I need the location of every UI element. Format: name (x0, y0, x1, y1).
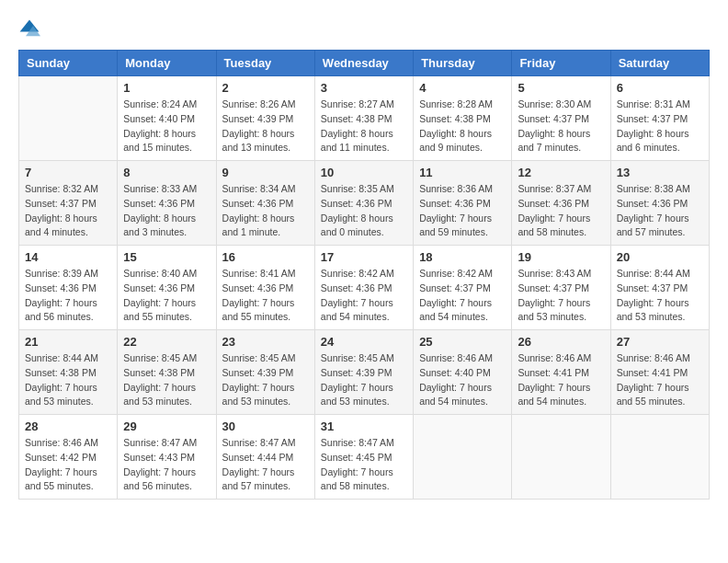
calendar-cell: 6Sunrise: 8:31 AM Sunset: 4:37 PM Daylig… (610, 76, 709, 161)
day-of-week-header: Wednesday (314, 51, 413, 76)
day-info: Sunrise: 8:45 AM Sunset: 4:38 PM Dayligh… (123, 351, 210, 409)
calendar-table: SundayMondayTuesdayWednesdayThursdayFrid… (18, 50, 710, 500)
day-info: Sunrise: 8:34 AM Sunset: 4:36 PM Dayligh… (222, 182, 309, 240)
calendar-cell: 30Sunrise: 8:47 AM Sunset: 4:44 PM Dayli… (216, 415, 314, 500)
day-number: 28 (25, 419, 111, 433)
calendar-week-row: 28Sunrise: 8:46 AM Sunset: 4:42 PM Dayli… (19, 415, 710, 500)
calendar-cell: 9Sunrise: 8:34 AM Sunset: 4:36 PM Daylig… (216, 161, 314, 246)
day-info: Sunrise: 8:28 AM Sunset: 4:38 PM Dayligh… (419, 98, 506, 155)
calendar-cell: 16Sunrise: 8:41 AM Sunset: 4:36 PM Dayli… (216, 246, 314, 330)
calendar-cell: 10Sunrise: 8:35 AM Sunset: 4:36 PM Dayli… (314, 161, 413, 246)
day-number: 26 (518, 335, 604, 349)
calendar-cell: 24Sunrise: 8:45 AM Sunset: 4:39 PM Dayli… (314, 330, 413, 415)
calendar-cell: 29Sunrise: 8:47 AM Sunset: 4:43 PM Dayli… (118, 415, 216, 500)
day-number: 21 (25, 335, 111, 349)
day-number: 14 (25, 250, 111, 264)
day-number: 9 (222, 166, 309, 179)
day-info: Sunrise: 8:46 AM Sunset: 4:41 PM Dayligh… (617, 351, 703, 409)
page-header (18, 18, 710, 40)
day-number: 3 (321, 81, 407, 95)
day-info: Sunrise: 8:36 AM Sunset: 4:36 PM Dayligh… (419, 182, 506, 240)
calendar-cell: 15Sunrise: 8:40 AM Sunset: 4:36 PM Dayli… (118, 246, 216, 330)
day-info: Sunrise: 8:37 AM Sunset: 4:36 PM Dayligh… (518, 182, 604, 240)
day-number: 25 (419, 335, 506, 349)
calendar-cell (512, 415, 610, 500)
day-of-week-header: Friday (512, 51, 610, 76)
calendar-cell: 7Sunrise: 8:32 AM Sunset: 4:37 PM Daylig… (19, 161, 118, 246)
day-info: Sunrise: 8:31 AM Sunset: 4:37 PM Dayligh… (617, 98, 703, 155)
day-number: 31 (321, 419, 407, 433)
day-number: 24 (321, 335, 407, 349)
day-of-week-header: Sunday (19, 51, 118, 76)
calendar-cell: 27Sunrise: 8:46 AM Sunset: 4:41 PM Dayli… (610, 330, 709, 415)
calendar-cell: 14Sunrise: 8:39 AM Sunset: 4:36 PM Dayli… (19, 246, 118, 330)
day-info: Sunrise: 8:27 AM Sunset: 4:38 PM Dayligh… (321, 98, 407, 155)
day-info: Sunrise: 8:46 AM Sunset: 4:42 PM Dayligh… (25, 436, 111, 494)
day-of-week-header: Tuesday (216, 51, 314, 76)
day-number: 30 (222, 419, 309, 433)
calendar-cell: 28Sunrise: 8:46 AM Sunset: 4:42 PM Dayli… (19, 415, 118, 500)
day-number: 17 (321, 250, 407, 264)
day-info: Sunrise: 8:44 AM Sunset: 4:38 PM Dayligh… (25, 351, 111, 409)
calendar-cell: 2Sunrise: 8:26 AM Sunset: 4:39 PM Daylig… (216, 76, 314, 161)
day-info: Sunrise: 8:35 AM Sunset: 4:36 PM Dayligh… (321, 182, 407, 240)
calendar-cell: 13Sunrise: 8:38 AM Sunset: 4:36 PM Dayli… (610, 161, 709, 246)
day-number: 27 (617, 335, 703, 349)
day-info: Sunrise: 8:24 AM Sunset: 4:40 PM Dayligh… (123, 98, 210, 155)
calendar-week-row: 1Sunrise: 8:24 AM Sunset: 4:40 PM Daylig… (19, 76, 710, 161)
calendar-cell: 21Sunrise: 8:44 AM Sunset: 4:38 PM Dayli… (19, 330, 118, 415)
calendar-cell: 3Sunrise: 8:27 AM Sunset: 4:38 PM Daylig… (314, 76, 413, 161)
calendar-cell: 1Sunrise: 8:24 AM Sunset: 4:40 PM Daylig… (118, 76, 216, 161)
calendar-cell: 11Sunrise: 8:36 AM Sunset: 4:36 PM Dayli… (414, 161, 512, 246)
day-number: 16 (222, 250, 309, 264)
calendar-cell: 18Sunrise: 8:42 AM Sunset: 4:37 PM Dayli… (414, 246, 512, 330)
calendar-cell: 22Sunrise: 8:45 AM Sunset: 4:38 PM Dayli… (118, 330, 216, 415)
day-info: Sunrise: 8:26 AM Sunset: 4:39 PM Dayligh… (222, 98, 309, 155)
calendar-week-row: 21Sunrise: 8:44 AM Sunset: 4:38 PM Dayli… (19, 330, 710, 415)
day-number: 12 (518, 166, 604, 179)
day-info: Sunrise: 8:46 AM Sunset: 4:41 PM Dayligh… (518, 351, 604, 409)
calendar-cell: 19Sunrise: 8:43 AM Sunset: 4:37 PM Dayli… (512, 246, 610, 330)
day-info: Sunrise: 8:47 AM Sunset: 4:44 PM Dayligh… (222, 436, 309, 494)
day-info: Sunrise: 8:43 AM Sunset: 4:37 PM Dayligh… (518, 267, 604, 325)
day-info: Sunrise: 8:30 AM Sunset: 4:37 PM Dayligh… (518, 98, 604, 155)
day-number: 15 (123, 250, 210, 264)
calendar-cell: 5Sunrise: 8:30 AM Sunset: 4:37 PM Daylig… (512, 76, 610, 161)
day-number: 11 (419, 166, 506, 179)
day-info: Sunrise: 8:45 AM Sunset: 4:39 PM Dayligh… (222, 351, 309, 409)
day-info: Sunrise: 8:42 AM Sunset: 4:37 PM Dayligh… (419, 267, 506, 325)
day-number: 2 (222, 81, 309, 95)
day-of-week-header: Thursday (414, 51, 512, 76)
calendar-cell: 26Sunrise: 8:46 AM Sunset: 4:41 PM Dayli… (512, 330, 610, 415)
logo (18, 18, 44, 40)
day-info: Sunrise: 8:42 AM Sunset: 4:36 PM Dayligh… (321, 267, 407, 325)
day-number: 6 (617, 81, 703, 95)
day-info: Sunrise: 8:45 AM Sunset: 4:39 PM Dayligh… (321, 351, 407, 409)
day-number: 19 (518, 250, 604, 264)
day-info: Sunrise: 8:33 AM Sunset: 4:36 PM Dayligh… (123, 182, 210, 240)
day-info: Sunrise: 8:44 AM Sunset: 4:37 PM Dayligh… (617, 267, 703, 325)
day-info: Sunrise: 8:47 AM Sunset: 4:45 PM Dayligh… (321, 436, 407, 494)
day-number: 7 (25, 166, 111, 179)
calendar-week-row: 7Sunrise: 8:32 AM Sunset: 4:37 PM Daylig… (19, 161, 710, 246)
calendar-cell: 31Sunrise: 8:47 AM Sunset: 4:45 PM Dayli… (314, 415, 413, 500)
day-info: Sunrise: 8:40 AM Sunset: 4:36 PM Dayligh… (123, 267, 210, 325)
day-number: 23 (222, 335, 309, 349)
day-info: Sunrise: 8:41 AM Sunset: 4:36 PM Dayligh… (222, 267, 309, 325)
day-info: Sunrise: 8:46 AM Sunset: 4:40 PM Dayligh… (419, 351, 506, 409)
calendar-cell: 4Sunrise: 8:28 AM Sunset: 4:38 PM Daylig… (414, 76, 512, 161)
day-number: 5 (518, 81, 604, 95)
calendar-cell: 17Sunrise: 8:42 AM Sunset: 4:36 PM Dayli… (314, 246, 413, 330)
day-number: 10 (321, 166, 407, 179)
day-info: Sunrise: 8:39 AM Sunset: 4:36 PM Dayligh… (25, 267, 111, 325)
day-number: 18 (419, 250, 506, 264)
calendar-cell: 23Sunrise: 8:45 AM Sunset: 4:39 PM Dayli… (216, 330, 314, 415)
calendar-cell (610, 415, 709, 500)
calendar-header-row: SundayMondayTuesdayWednesdayThursdayFrid… (19, 51, 710, 76)
day-number: 1 (123, 81, 210, 95)
calendar-week-row: 14Sunrise: 8:39 AM Sunset: 4:36 PM Dayli… (19, 246, 710, 330)
day-number: 20 (617, 250, 703, 264)
calendar-cell: 8Sunrise: 8:33 AM Sunset: 4:36 PM Daylig… (118, 161, 216, 246)
day-number: 13 (617, 166, 703, 179)
calendar-cell: 12Sunrise: 8:37 AM Sunset: 4:36 PM Dayli… (512, 161, 610, 246)
